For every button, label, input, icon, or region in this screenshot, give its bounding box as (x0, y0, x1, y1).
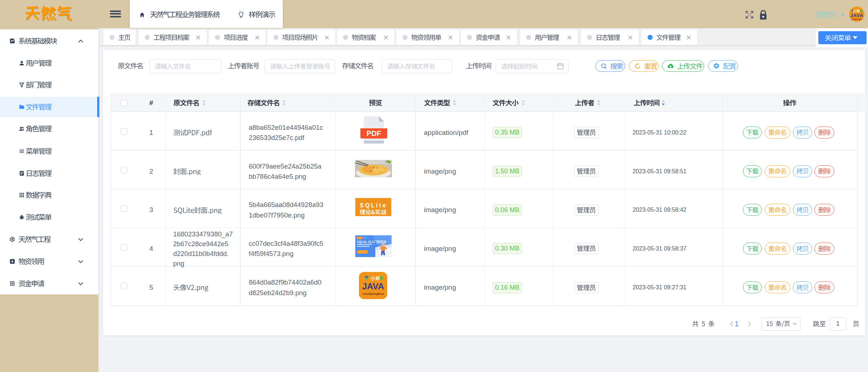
svg-text:PDF: PDF (367, 129, 381, 137)
